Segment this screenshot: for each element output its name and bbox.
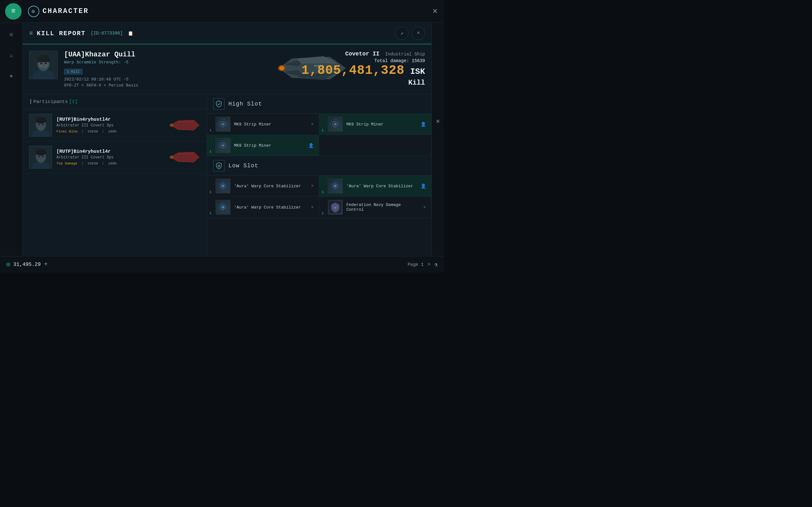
close-icon[interactable]: × <box>423 205 426 210</box>
character-icon: ⊙ <box>28 6 39 17</box>
ship-type: Industrial Ship <box>385 52 425 57</box>
add-button[interactable]: + <box>44 261 48 268</box>
close-icon[interactable]: × <box>311 122 314 127</box>
isk-line: 1,805,481,328 ISK <box>302 63 425 78</box>
strip-miner-icon <box>217 118 229 130</box>
item-name: 'Aura' Warp Core Stabilizer <box>234 184 307 188</box>
filter-icon[interactable]: ⚗ <box>434 261 438 268</box>
close-button[interactable]: × <box>412 26 425 40</box>
slot-item: 1 MK9 Strip Miner 👤 <box>319 114 432 135</box>
sidebar: ≡ ⚔ ★ <box>0 23 23 256</box>
next-page-button[interactable]: > <box>427 262 431 268</box>
item-qty: 1 <box>209 211 212 215</box>
export-button[interactable]: ↗ <box>395 26 409 40</box>
sidebar-item-combat[interactable]: ⚔ <box>4 48 18 62</box>
hamburger-icon: ≡ <box>11 7 15 15</box>
participant-1-ship-img <box>168 117 200 133</box>
participant-2-ship-img <box>168 149 200 165</box>
participant-2-name: [RUTP]Bin4ryhustl4r <box>56 149 164 154</box>
item-name: 'Aura' Warp Core Stabilizer <box>346 184 417 188</box>
kill-report-id: [ID:6773390] <box>91 31 123 36</box>
item-icon <box>328 179 343 193</box>
bottom-bar: ⊞ 31,495.29 + Page 1 > ⚗ <box>0 256 444 273</box>
sidebar-item-favorites[interactable]: ★ <box>4 68 18 82</box>
sidebar-item-menu[interactable]: ≡ <box>4 28 18 42</box>
participant-2-pct: 100% <box>108 162 116 165</box>
victim-avatar <box>29 51 58 79</box>
kill-report-header: ≡ KILL REPORT [ID:6773390] 📋 ↗ × <box>23 23 432 44</box>
list-item: [RUTP]Bin4ryhustl4r Arbitrator III Cover… <box>23 109 206 141</box>
participant-1-badge: Final Blow | 15639 | 100% <box>56 130 164 133</box>
isk-value: 1,805,481,328 <box>302 63 405 78</box>
low-slot-icon <box>213 160 224 171</box>
right-close-button[interactable]: × <box>436 118 440 126</box>
participant-1-pct: 100% <box>108 130 116 133</box>
svg-point-7 <box>40 62 43 64</box>
top-damage-label: Top Damage <box>56 162 78 165</box>
total-damage-line: Total damage: 15639 <box>302 58 425 63</box>
participant-2-avatar-svg <box>30 146 52 169</box>
strip-miner-icon-3 <box>217 140 229 151</box>
ship-name: Covetor II <box>345 51 379 57</box>
slot-item: 1 'Aura' Warp Core Stabilizer × <box>207 197 319 218</box>
low-slot-items: 1 'Aura' Warp Core Stabilizer × <box>207 176 432 218</box>
participant-1-info: [RUTP]Bin4ryhustl4r Arbitrator III Cover… <box>56 117 164 133</box>
kill-count-badge: 1 Kill <box>64 69 83 74</box>
svg-point-12 <box>279 66 284 70</box>
total-damage-value: 15639 <box>412 58 425 63</box>
top-bar: ≡ ⊙ CHARACTER × <box>0 0 444 23</box>
copy-icon[interactable]: 📋 <box>128 31 133 36</box>
person-icon[interactable]: 👤 <box>308 143 314 148</box>
slot-item-empty <box>319 135 432 156</box>
bottom-right: Page 1 > ⚗ <box>408 261 438 268</box>
svg-point-59 <box>222 206 224 208</box>
person-icon[interactable]: 👤 <box>420 183 426 189</box>
item-name: MK9 Strip Miner <box>234 143 305 148</box>
participant-avatar-2 <box>29 146 52 169</box>
app-close-button[interactable]: × <box>432 6 438 16</box>
warp-core-icon-3 <box>217 202 229 213</box>
svg-point-33 <box>170 156 173 159</box>
participants-panel: | Participants [1] <box>23 95 207 256</box>
participant-2-info: [RUTP]Bin4ryhustl4r Arbitrator III Cover… <box>56 149 164 165</box>
participant-1-avatar-svg <box>30 114 52 136</box>
divider-2: | <box>102 130 104 133</box>
high-slot-items: 1 MK9 Strip Miner × <box>207 114 432 156</box>
svg-point-23 <box>42 124 44 125</box>
ship-name-area: Covetor II Industrial Ship <box>302 51 425 57</box>
svg-point-32 <box>42 156 44 158</box>
fed-navy-dc-icon <box>329 202 341 213</box>
participants-count: [1] <box>69 99 78 105</box>
item-name: MK9 Strip Miner <box>234 122 307 127</box>
svg-point-9 <box>43 65 44 67</box>
svg-point-46 <box>222 145 223 146</box>
list-item: [RUTP]Bin4ryhustl4r Arbitrator III Cover… <box>23 141 206 173</box>
svg-point-62 <box>334 206 335 207</box>
svg-point-61 <box>334 207 336 209</box>
menu-button[interactable]: ≡ <box>5 3 21 20</box>
svg-point-21 <box>36 117 46 124</box>
total-damage-label: Total damage: <box>374 58 409 63</box>
participants-title: Participants <box>34 99 68 105</box>
kill-report-panel: ≡ KILL REPORT [ID:6773390] 📋 ↗ × <box>23 23 432 256</box>
item-qty: 1 <box>209 190 212 194</box>
slot-item: 1 Federation <box>319 197 432 218</box>
header-accent: | <box>29 99 32 105</box>
close-icon[interactable]: × <box>311 205 314 210</box>
warp-core-icon-2 <box>329 180 341 192</box>
kill-report-title: KILL REPORT <box>37 30 86 37</box>
participant-avatar-1 <box>29 114 52 136</box>
item-icon <box>216 138 230 153</box>
kr-menu-icon[interactable]: ≡ <box>29 30 33 37</box>
svg-point-51 <box>222 185 224 187</box>
close-icon[interactable]: × <box>311 183 314 188</box>
svg-point-30 <box>36 149 46 156</box>
svg-point-8 <box>44 62 47 64</box>
item-qty: 1 <box>209 150 212 153</box>
svg-point-42 <box>335 124 336 125</box>
person-icon[interactable]: 👤 <box>420 122 426 127</box>
participant-1-ship: Arbitrator III Covert Ops <box>56 123 164 128</box>
participants-header: | Participants [1] <box>23 95 206 109</box>
avatar-inner <box>30 51 57 79</box>
high-slot-icon <box>213 98 224 110</box>
